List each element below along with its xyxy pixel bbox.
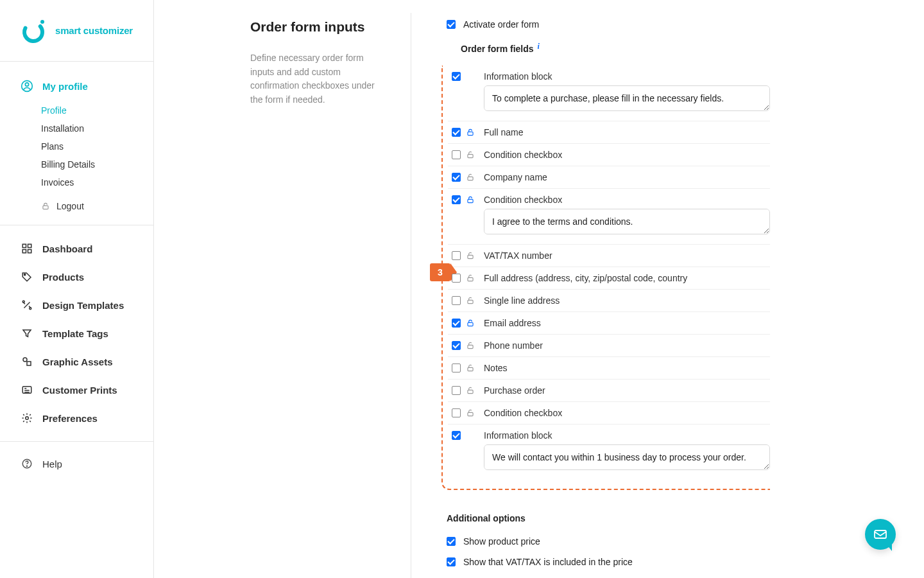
field-text-input[interactable] [484,209,770,234]
info-icon[interactable]: i [538,42,540,51]
field-row: Email address [448,312,770,335]
svg-point-1 [40,20,44,24]
gear-icon [21,412,33,425]
sidebar-item-template-tags[interactable]: Template Tags [0,319,153,347]
sidebar-logout-label: Logout [56,201,84,211]
svg-point-10 [22,301,24,302]
sidebar-item-dashboard[interactable]: Dashboard [0,234,153,263]
field-text-input[interactable] [484,85,770,111]
field-enable-checkbox[interactable] [452,363,461,372]
sidebar-logout[interactable]: Logout [0,195,153,217]
sidebar-item-design-templates[interactable]: Design Templates [0,291,153,319]
lock-icon[interactable] [466,150,484,159]
lock-icon[interactable] [466,274,484,283]
sidebar-sub-billing[interactable]: Billing Details [41,155,153,173]
sidebar-sub-plans[interactable]: Plans [41,137,153,155]
sidebar-main-nav: Dashboard Products Design Templates Temp… [0,225,153,441]
field-label: VAT/TAX number [484,250,770,261]
sidebar-sub-installation[interactable]: Installation [41,119,153,137]
lock-icon[interactable] [466,173,484,182]
sidebar-item-label: My profile [42,81,88,92]
vertical-divider [411,13,411,578]
field-enable-checkbox[interactable] [452,319,461,328]
lock-icon[interactable] [466,319,484,328]
svg-rect-5 [22,244,26,247]
sidebar-item-graphic-assets[interactable]: Graphic Assets [0,347,153,376]
svg-point-17 [26,466,27,466]
sidebar-item-label: Design Templates [42,300,124,311]
svg-rect-19 [468,154,473,157]
tag-icon [21,270,33,283]
svg-point-9 [24,274,26,276]
option-checkbox[interactable] [447,537,456,546]
activate-checkbox[interactable] [447,20,456,29]
field-enable-checkbox[interactable] [452,274,461,283]
sidebar-sub-invoices[interactable]: Invoices [41,173,153,191]
sidebar-item-label: Graphic Assets [42,356,113,367]
sidebar-sub-profile[interactable]: Profile [41,101,153,119]
option-label: Show that VAT/TAX is included in the pri… [463,557,633,567]
field-label: Condition checkbox [484,195,770,205]
shapes-icon [21,355,33,368]
svg-rect-8 [28,250,31,253]
field-label: Condition checkbox [484,408,770,418]
lock-icon[interactable] [466,341,484,350]
sidebar-item-my-profile[interactable]: My profile [0,73,153,99]
field-label: Information block [484,71,770,82]
activate-label: Activate order form [463,19,539,30]
form-section: Activate order form Order form fields i … [411,19,770,578]
svg-rect-18 [468,132,473,135]
field-text-input[interactable] [484,444,770,470]
field-label: Single line address [484,295,770,306]
field-row: Condition checkbox [448,402,770,425]
svg-rect-27 [468,367,473,371]
intro-section: Order form inputs Define necessary order… [250,19,411,578]
svg-rect-6 [28,244,31,247]
dashboard-icon [21,242,33,255]
lock-icon[interactable] [466,408,484,417]
field-enable-checkbox[interactable] [452,195,461,204]
sidebar-item-label: Help [42,459,62,469]
field-row: Company name [448,166,770,189]
svg-rect-24 [468,300,473,303]
field-enable-checkbox[interactable] [452,128,461,137]
lock-icon[interactable] [466,128,484,137]
field-enable-checkbox[interactable] [452,431,461,440]
user-icon [21,80,33,92]
field-enable-checkbox[interactable] [452,72,461,81]
lock-icon[interactable] [466,386,484,395]
lock-icon[interactable] [466,363,484,372]
field-row: Phone number [448,335,770,357]
field-enable-checkbox[interactable] [452,296,461,305]
sidebar-item-products[interactable]: Products [0,263,153,291]
field-enable-checkbox[interactable] [452,408,461,417]
field-enable-checkbox[interactable] [452,341,461,350]
brand: smart customizer [0,0,153,62]
lock-icon[interactable] [466,195,484,204]
svg-rect-22 [468,255,473,258]
sidebar-profile-subnav: Profile Installation Plans Billing Detai… [0,99,153,195]
sidebar-item-label: Preferences [42,413,98,424]
svg-rect-13 [27,362,31,365]
field-label: Full address (address, city, zip/postal … [484,273,770,283]
tools-icon [21,299,33,311]
field-row: Condition checkbox [448,189,770,245]
sidebar-item-help[interactable]: Help [0,451,153,477]
option-checkbox[interactable] [447,557,456,566]
field-enable-checkbox[interactable] [452,150,461,159]
sidebar-item-preferences[interactable]: Preferences [0,404,153,432]
sidebar: smart customizer My profile Profile Inst… [0,0,154,578]
field-enable-checkbox[interactable] [452,173,461,182]
chat-button[interactable] [865,519,896,550]
content: Order form inputs Define necessary order… [154,0,924,578]
lock-icon[interactable] [466,251,484,260]
main: Order form inputs Define necessary order… [154,0,924,578]
sidebar-item-customer-prints[interactable]: Customer Prints [0,376,153,404]
lock-icon[interactable] [466,296,484,305]
field-row: Notes [448,357,770,380]
activate-row: Activate order form [447,19,770,30]
field-label: Information block [484,430,770,441]
field-enable-checkbox[interactable] [452,251,461,260]
option-row: Show product price [447,536,770,547]
field-enable-checkbox[interactable] [452,386,461,395]
